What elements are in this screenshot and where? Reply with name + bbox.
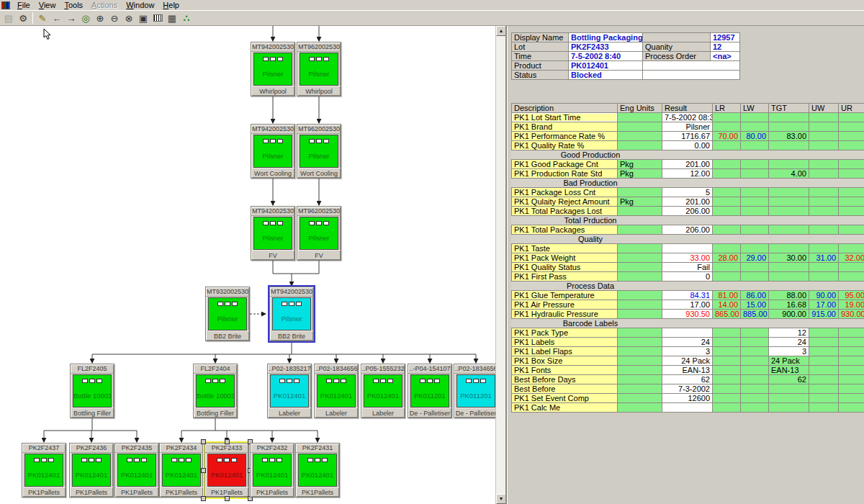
units-cell[interactable] <box>618 113 662 122</box>
menu-item-help[interactable]: Help <box>158 0 184 10</box>
result-cell[interactable]: 24 Pack <box>662 356 713 366</box>
lot-node[interactable]: PK2F2436PK012401PK1Pallets <box>69 443 114 498</box>
units-cell[interactable] <box>618 338 662 347</box>
lot-node[interactable]: MT942002530PilsnerBB2 Brite <box>269 287 314 341</box>
lw-cell[interactable] <box>741 207 769 216</box>
ur-cell[interactable]: 930.00 <box>839 310 864 319</box>
tgt-cell[interactable] <box>769 394 809 403</box>
uw-cell[interactable] <box>809 356 839 366</box>
permissions-button[interactable]: ⚙ <box>16 12 30 25</box>
desc-cell[interactable]: PK1 Qulaity Reject Amount <box>512 197 618 207</box>
uw-cell[interactable]: 17.00 <box>809 300 839 310</box>
tgt-cell[interactable] <box>769 225 809 235</box>
lot-node[interactable]: ..-P04-154107PK011201De - Palletiser <box>408 364 452 418</box>
edit-button[interactable]: ✎ <box>35 12 50 25</box>
zoom-reset-button[interactable]: ⊗ <box>122 12 136 25</box>
menu-item-actions[interactable]: Actions <box>87 0 122 10</box>
zoom-window-button[interactable]: ▣ <box>136 12 150 25</box>
lw-cell[interactable] <box>741 160 769 169</box>
uw-cell[interactable] <box>809 169 839 179</box>
lot-node[interactable]: PK2F2435PK012401PK1Pallets <box>114 443 159 498</box>
units-cell[interactable] <box>618 347 662 356</box>
ur-cell[interactable] <box>839 160 864 169</box>
lr-cell[interactable] <box>713 141 741 150</box>
uw-cell[interactable] <box>809 113 839 122</box>
units-cell[interactable] <box>618 356 662 366</box>
lr-cell[interactable]: 14.00 <box>713 300 741 310</box>
tree-button[interactable]: ∴ <box>179 12 194 25</box>
uw-cell[interactable] <box>809 141 839 150</box>
uw-cell[interactable] <box>809 338 839 347</box>
units-cell[interactable] <box>618 291 662 300</box>
units-cell[interactable] <box>618 394 662 403</box>
result-cell[interactable]: 84.31 <box>662 291 713 300</box>
lr-cell[interactable] <box>713 328 741 338</box>
lw-cell[interactable] <box>741 113 769 122</box>
lw-cell[interactable] <box>741 122 769 132</box>
tgt-cell[interactable]: 4.00 <box>769 169 809 179</box>
lw-cell[interactable] <box>741 356 769 366</box>
uw-cell[interactable] <box>809 244 839 253</box>
lw-cell[interactable] <box>741 366 769 375</box>
lot-node[interactable]: PK2F2432PK012401PK1Pallets <box>250 443 294 498</box>
lw-cell[interactable]: 885.00 <box>741 310 769 319</box>
units-cell[interactable] <box>618 253 662 263</box>
lot-node[interactable]: PK2F2437PK012401PK1Pallets <box>22 443 66 498</box>
lw-cell[interactable] <box>741 272 769 282</box>
tgt-cell[interactable]: 16.68 <box>769 300 809 310</box>
units-cell[interactable]: Pkg <box>618 160 662 169</box>
result-cell[interactable]: 930.50 <box>662 310 713 319</box>
result-cell[interactable]: 24 <box>662 338 713 347</box>
lot-node[interactable]: MT962002530PilsnerWort Cooling <box>297 124 341 179</box>
desc-cell[interactable]: PK1 Pack Type <box>512 328 618 338</box>
result-cell[interactable]: 201.00 <box>662 197 713 207</box>
lr-cell[interactable] <box>713 113 741 122</box>
back-arrow-button[interactable]: ← <box>50 12 64 25</box>
desc-cell[interactable]: PK1 Labels <box>512 338 618 347</box>
ur-cell[interactable] <box>839 366 864 375</box>
tgt-cell[interactable]: 12 <box>769 328 809 338</box>
menu-item-window[interactable]: Window <box>122 0 158 10</box>
lw-cell[interactable] <box>741 375 769 384</box>
lr-cell[interactable] <box>713 122 741 132</box>
ur-cell[interactable] <box>839 113 864 122</box>
ur-cell[interactable]: 19.00 <box>839 300 864 310</box>
units-cell[interactable] <box>618 328 662 338</box>
ur-cell[interactable] <box>839 132 864 141</box>
result-cell[interactable]: 62 <box>662 375 713 384</box>
lr-cell[interactable] <box>713 403 741 413</box>
lw-cell[interactable]: 86.00 <box>741 291 769 300</box>
lot-node[interactable]: PK2F2434PK012401PK1Pallets <box>159 443 204 498</box>
desc-cell[interactable]: PK1 Package Loss Cnt <box>512 188 618 197</box>
units-cell[interactable] <box>618 225 662 235</box>
tgt-cell[interactable] <box>769 403 809 413</box>
units-cell[interactable] <box>618 366 662 375</box>
tgt-cell[interactable] <box>769 263 809 272</box>
result-cell[interactable]: 206.00 <box>662 225 713 235</box>
desc-cell[interactable]: PK1 Glue Temperature <box>512 291 618 300</box>
lr-cell[interactable] <box>713 263 741 272</box>
result-cell[interactable]: 12600 <box>662 394 713 403</box>
result-cell[interactable]: EAN-13 <box>662 366 713 375</box>
lr-cell[interactable] <box>713 169 741 179</box>
uw-cell[interactable] <box>809 403 839 413</box>
lw-cell[interactable] <box>741 328 769 338</box>
desc-cell[interactable]: PK1 Hydraulic Pressure <box>512 310 618 319</box>
units-cell[interactable]: Pkg <box>618 169 662 179</box>
result-cell[interactable]: 12.00 <box>662 169 713 179</box>
scroll-down-button[interactable]: ▼ <box>496 494 506 504</box>
lw-cell[interactable] <box>741 141 769 150</box>
ur-cell[interactable] <box>839 244 864 253</box>
ur-cell[interactable] <box>839 347 864 356</box>
result-cell[interactable]: 17.00 <box>662 300 713 310</box>
forward-arrow-button[interactable]: → <box>64 12 78 25</box>
lot-node[interactable]: ..P02-1834656PK012401Labeler <box>314 364 359 418</box>
uw-cell[interactable] <box>809 132 839 141</box>
lw-cell[interactable]: 29.00 <box>741 253 769 263</box>
ur-cell[interactable]: 32.00 <box>839 253 864 263</box>
units-cell[interactable] <box>618 263 662 272</box>
lot-node[interactable]: MT932002530PilsnerBB2 Brite <box>205 287 250 341</box>
lw-cell[interactable] <box>741 263 769 272</box>
tgt-cell[interactable]: 24 Pack <box>769 356 809 366</box>
ur-cell[interactable] <box>839 328 864 338</box>
